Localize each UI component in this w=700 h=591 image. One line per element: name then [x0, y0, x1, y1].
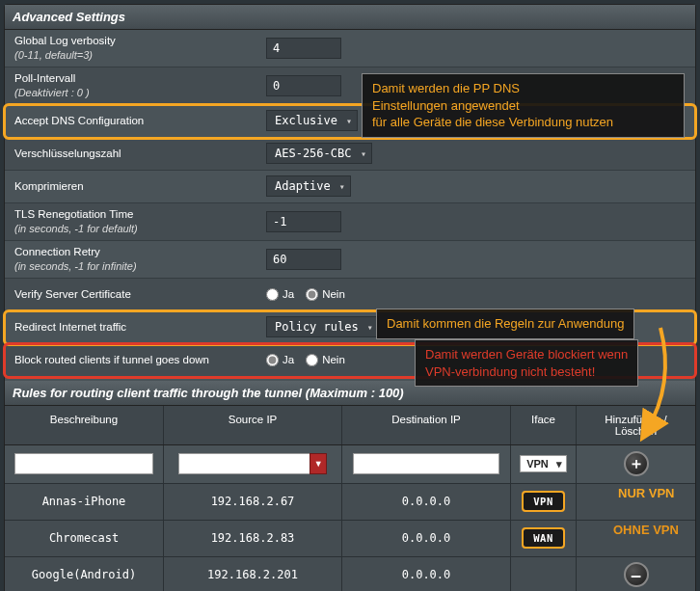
rule-dst-input[interactable] — [353, 453, 500, 474]
log-verbosity-input[interactable] — [266, 38, 341, 59]
table-row: Google(Android) 192.168.2.201 0.0.0.0 — — [5, 557, 695, 592]
add-rule-button[interactable]: ＋ — [624, 451, 649, 476]
poll-interval-label: Poll-Intervall(Deaktiviert : 0 ) — [5, 67, 260, 104]
row-src: 192.168.2.201 — [164, 557, 342, 592]
verify-cert-yes[interactable] — [266, 288, 279, 301]
row-src: 192.168.2.67 — [164, 484, 342, 520]
row-src: 192.168.2.83 — [164, 521, 342, 556]
label-ohne-vpn: OHNE VPN — [613, 523, 679, 537]
row-dst: 0.0.0.0 — [342, 521, 511, 556]
log-verbosity-label: Global Log verbosity(0-11, default=3) — [5, 30, 260, 67]
tls-reneg-input[interactable] — [266, 211, 341, 232]
verify-cert-no[interactable] — [306, 288, 318, 301]
annotation-dns: Damit werden die PP DNS Einstellungen an… — [362, 73, 685, 138]
col-desc-header: Beschreibung — [5, 406, 164, 444]
row-dst: 0.0.0.0 — [342, 484, 511, 520]
conn-retry-label: Connection Retry(in seconds, -1 for infi… — [5, 241, 260, 278]
col-action-header: Hinzufügen / Löschen — [577, 406, 695, 444]
row-desc: Annas-iPhone — [5, 484, 164, 520]
cipher-label: Verschlüsselungszahl — [5, 143, 260, 165]
label-nur-vpn: NUR VPN — [618, 486, 675, 500]
compress-label: Komprimieren — [5, 175, 260, 198]
rule-iface-select[interactable]: VPN — [520, 455, 567, 472]
verify-cert-radio-group: Ja Nein — [266, 288, 345, 301]
row-iface-badge: VPN — [523, 492, 563, 511]
conn-retry-input[interactable] — [266, 249, 341, 270]
redirect-traffic-label: Redirect Internet traffic — [5, 316, 260, 338]
tls-reneg-label: TLS Renegotiation Time(in seconds, -1 fo… — [5, 203, 260, 240]
rule-desc-input[interactable] — [14, 453, 153, 474]
block-routed-label: Block routed clients if tunnel goes down — [5, 349, 260, 371]
row-iface-badge: WAN — [523, 528, 563, 548]
redirect-traffic-select[interactable]: Policy rules — [266, 316, 379, 337]
poll-interval-input[interactable] — [266, 75, 341, 96]
row-desc: Google(Android) — [5, 557, 164, 592]
advanced-settings-title: Advanced Settings — [5, 5, 695, 30]
col-iface-header: Iface — [511, 406, 577, 444]
rule-src-input[interactable] — [178, 453, 310, 474]
accept-dns-select[interactable]: Exclusive — [266, 110, 358, 131]
block-routed-no[interactable] — [306, 354, 318, 366]
table-row: Annas-iPhone 192.168.2.67 0.0.0.0 VPN — [5, 484, 695, 521]
block-routed-yes[interactable] — [266, 354, 279, 366]
cipher-select[interactable]: AES-256-CBC — [266, 143, 372, 164]
col-src-header: Source IP — [164, 406, 342, 444]
compress-select[interactable]: Adaptive — [266, 175, 351, 197]
rule-src-dropdown-icon[interactable]: ▼ — [310, 453, 327, 474]
rules-input-row: ▼ VPN ＋ — [5, 445, 695, 484]
annotation-redirect: Damit kommen die Regeln zur Anwendung — [376, 309, 634, 339]
col-dst-header: Destination IP — [342, 406, 511, 444]
accept-dns-label: Accept DNS Configuration — [5, 110, 260, 132]
annotation-block: Damit werden Geräte blockiert wenn VPN-v… — [415, 339, 638, 387]
table-row: Chromecast 192.168.2.83 0.0.0.0 WAN — [5, 521, 695, 557]
verify-cert-label: Verify Server Certificate — [5, 283, 260, 306]
delete-rule-button[interactable]: — — [624, 562, 649, 587]
rules-table-header: Beschreibung Source IP Destination IP If… — [5, 406, 695, 445]
row-dst: 0.0.0.0 — [342, 557, 511, 592]
row-desc: Chromecast — [5, 521, 164, 556]
block-routed-radio-group: Ja Nein — [266, 354, 345, 366]
